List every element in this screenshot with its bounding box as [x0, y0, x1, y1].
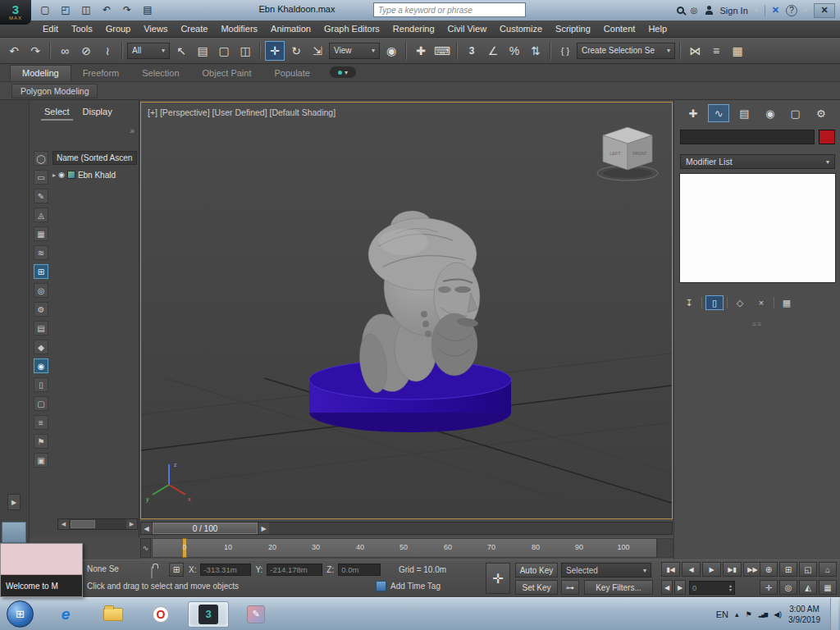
- taskbar-internet-explorer[interactable]: e: [45, 601, 86, 628]
- select-link-icon[interactable]: ∞: [55, 41, 75, 61]
- object-name-field[interactable]: [681, 130, 814, 144]
- field-of-view-button[interactable]: ◭: [799, 580, 817, 595]
- zoom-all-button[interactable]: ⊞: [779, 562, 797, 577]
- zoom-button[interactable]: ⊕: [760, 562, 778, 577]
- add-time-tag-label[interactable]: Add Time Tag: [390, 582, 441, 591]
- mini-curve-editor-icon[interactable]: ∿: [140, 538, 151, 558]
- utilities-tab-icon[interactable]: ⚙: [810, 104, 832, 122]
- filter-helpers-icon[interactable]: ≋: [34, 245, 48, 260]
- pin-stack-icon[interactable]: ↧: [680, 295, 698, 310]
- frame-forward-button[interactable]: ▶: [674, 580, 686, 595]
- help-caret-icon[interactable]: ▾: [804, 7, 807, 14]
- filter-hidden-icon[interactable]: ▢: [34, 396, 48, 411]
- tab-freeform[interactable]: Freeform: [71, 66, 131, 81]
- align-icon[interactable]: ≡: [706, 41, 726, 61]
- create-selection-set-dropdown[interactable]: Create Selection Se▾: [577, 43, 675, 59]
- search-icon[interactable]: [677, 7, 684, 14]
- select-and-rotate-icon[interactable]: ↻: [286, 41, 306, 61]
- communication-center-icon[interactable]: ◎: [691, 6, 698, 15]
- speaker-icon[interactable]: ◀): [774, 610, 782, 619]
- key-mode-dropdown[interactable]: Selected ▾: [561, 563, 651, 578]
- zoom-region-button[interactable]: ⌂: [819, 562, 837, 577]
- coord-z-field[interactable]: 0.0m: [338, 564, 381, 576]
- menu-views[interactable]: Views: [137, 21, 174, 37]
- object-color-swatch[interactable]: [819, 130, 835, 144]
- menu-edit[interactable]: Edit: [36, 21, 65, 37]
- select-and-scale-icon[interactable]: ⇲: [308, 41, 327, 61]
- viewcube-front-face-label[interactable]: FRONT: [632, 151, 646, 156]
- favorites-icon[interactable]: ✕: [772, 5, 779, 16]
- frame-spinner-icon[interactable]: ▴▾: [729, 584, 732, 592]
- absolute-mode-icon[interactable]: ⊞: [169, 563, 184, 577]
- bind-spacewarp-icon[interactable]: ≀: [98, 41, 117, 61]
- menu-modifiers[interactable]: Modifiers: [214, 21, 264, 37]
- menu-civil-view[interactable]: Civil View: [441, 21, 493, 37]
- tab-select[interactable]: Select: [41, 106, 73, 121]
- scroll-left-icon[interactable]: ◀: [58, 519, 69, 529]
- menu-graph-editors[interactable]: Graph Editors: [317, 21, 386, 37]
- select-object-icon[interactable]: ↖: [171, 41, 191, 61]
- viewcube[interactable]: LEFT FRONT: [597, 127, 658, 180]
- orbit-button[interactable]: ◎: [779, 580, 797, 595]
- welcome-window[interactable]: Welcome to M: [0, 543, 83, 597]
- menu-create[interactable]: Create: [174, 21, 214, 37]
- explorer-name-column-header[interactable]: Name (Sorted Ascen: [52, 151, 137, 165]
- undo-icon[interactable]: ↶: [4, 41, 24, 61]
- filter-groups-icon[interactable]: ◎: [34, 283, 48, 298]
- previous-frame-arrow-icon[interactable]: ◀: [141, 523, 153, 534]
- mirror-icon[interactable]: ⋈: [685, 41, 705, 61]
- keyboard-shortcut-toggle-icon[interactable]: ⌨: [432, 41, 452, 61]
- expand-node-icon[interactable]: ▸: [52, 171, 56, 179]
- auto-key-button[interactable]: Auto Key: [515, 563, 558, 578]
- menu-content[interactable]: Content: [597, 21, 642, 37]
- set-key-button[interactable]: Set Key: [515, 580, 558, 595]
- next-frame-button[interactable]: ▶▮: [723, 562, 742, 577]
- search-input[interactable]: [374, 6, 525, 15]
- current-frame-field[interactable]: 0 ▴▾: [689, 581, 735, 595]
- edit-named-selections-icon[interactable]: { }: [555, 41, 575, 61]
- filter-selection-icon[interactable]: ◯: [34, 151, 48, 166]
- motion-tab-icon[interactable]: ◉: [760, 104, 781, 122]
- layer-manager-icon[interactable]: ▦: [728, 41, 747, 61]
- action-center-icon[interactable]: ⚑: [746, 610, 752, 619]
- show-hidden-icons[interactable]: ▴: [735, 610, 739, 619]
- menu-customize[interactable]: Customize: [493, 21, 549, 37]
- menu-help[interactable]: Help: [641, 21, 673, 37]
- frame-back-button[interactable]: ◀: [661, 580, 673, 595]
- selection-lock-icon[interactable]: [151, 567, 153, 578]
- select-and-move-icon[interactable]: ✛: [265, 41, 285, 61]
- filter-frozen-icon[interactable]: ▯: [34, 377, 48, 392]
- tab-object-paint[interactable]: Object Paint: [191, 66, 263, 81]
- use-pivot-center-icon[interactable]: ◉: [381, 41, 401, 61]
- snap-toggle-icon[interactable]: 3: [462, 41, 482, 61]
- viewport-label[interactable]: [+] [Perspective] [User Defined] [Defaul…: [148, 107, 336, 117]
- dock-thumbnail[interactable]: [2, 522, 26, 543]
- maximize-viewport-toggle-button[interactable]: ▦: [819, 580, 837, 595]
- explorer-overflow-chevron[interactable]: »: [130, 126, 135, 135]
- coord-y-field[interactable]: -214.178m: [267, 564, 322, 576]
- ribbon-options-button[interactable]: ▾: [330, 66, 356, 78]
- sign-in-button[interactable]: Sign In: [720, 6, 748, 16]
- start-button[interactable]: ⊞: [7, 600, 34, 628]
- create-tab-icon[interactable]: ✚: [682, 104, 704, 122]
- modify-tab-icon[interactable]: ∿: [708, 104, 729, 122]
- spinner-snap-icon[interactable]: ⇅: [526, 41, 546, 61]
- go-to-start-button[interactable]: ▮◀: [661, 562, 680, 577]
- viewcube-left-face-label[interactable]: LEFT: [609, 151, 621, 156]
- viewport-canvas[interactable]: LEFT FRONT z y x: [141, 103, 672, 518]
- scrollbar-thumb[interactable]: [71, 520, 95, 528]
- zoom-extents-button[interactable]: ◱: [799, 562, 817, 577]
- taskbar-paint-app[interactable]: ✎: [235, 601, 276, 628]
- time-slider[interactable]: ◀ 0 / 100 ▶: [140, 522, 673, 535]
- show-end-result-icon[interactable]: ▯: [705, 295, 724, 310]
- percent-snap-icon[interactable]: %: [504, 41, 524, 61]
- filter-flags-icon[interactable]: ⚑: [34, 434, 48, 449]
- undo-icon[interactable]: ↶: [99, 2, 114, 17]
- tab-display[interactable]: Display: [80, 106, 116, 121]
- selection-filter-dropdown[interactable]: All▾: [127, 43, 170, 59]
- modifier-stack[interactable]: [680, 174, 835, 282]
- tab-modeling[interactable]: Modeling: [10, 65, 71, 81]
- menu-scripting[interactable]: Scripting: [549, 21, 597, 37]
- panel-resize-grip[interactable]: ≡≡: [752, 320, 763, 328]
- redo-icon[interactable]: ↷: [25, 41, 45, 61]
